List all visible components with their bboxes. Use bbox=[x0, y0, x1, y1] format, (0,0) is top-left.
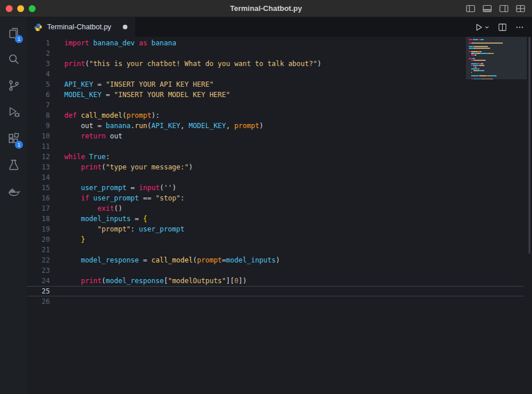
line-number: 24 bbox=[27, 276, 57, 286]
line-number: 26 bbox=[27, 296, 57, 307]
code-line-6[interactable]: 6MODEL_KEY = "INSERT YOUR MODEL KEY HERE… bbox=[27, 90, 524, 100]
code-line-14[interactable]: 14 bbox=[27, 172, 524, 183]
code-text bbox=[57, 265, 64, 276]
activity-item-run-and-debug[interactable] bbox=[0, 99, 27, 125]
code-line-17[interactable]: 17 exit() bbox=[27, 203, 524, 214]
zoom-button[interactable] bbox=[29, 5, 36, 12]
line-number: 1 bbox=[27, 38, 57, 48]
toggle-panel-icon[interactable] bbox=[483, 5, 492, 13]
activity-item-extensions[interactable]: 1 bbox=[0, 125, 27, 152]
line-number: 14 bbox=[27, 172, 57, 183]
code-area: 1import banana_dev as banana23print("thi… bbox=[27, 38, 524, 307]
line-number: 25 bbox=[27, 286, 57, 296]
code-text bbox=[57, 69, 64, 79]
beaker-icon bbox=[7, 158, 21, 172]
more-actions-button[interactable] bbox=[515, 23, 524, 32]
code-text: if user_prompt == "stop": bbox=[57, 193, 185, 203]
code-line-8[interactable]: 8def call_model(prompt): bbox=[27, 110, 524, 121]
code-line-7[interactable]: 7 bbox=[27, 100, 524, 110]
code-line-23[interactable]: 23 bbox=[27, 265, 524, 276]
code-text: return out bbox=[57, 131, 122, 141]
code-line-25[interactable]: 25 bbox=[27, 286, 524, 296]
code-line-21[interactable]: 21 bbox=[27, 245, 524, 255]
minimap-content bbox=[469, 39, 527, 79]
code-text: out = banana.run(API_KEY, MODEL_KEY, pro… bbox=[57, 121, 263, 131]
code-line-13[interactable]: 13 print("type your message:") bbox=[27, 162, 524, 172]
line-number: 17 bbox=[27, 203, 57, 214]
minimize-button[interactable] bbox=[17, 5, 24, 12]
code-line-4[interactable]: 4 bbox=[27, 69, 524, 79]
code-line-5[interactable]: 5API_KEY = "INSERT YOUR API KEY HERE" bbox=[27, 79, 524, 90]
code-line-12[interactable]: 12while True: bbox=[27, 152, 524, 162]
main-area: 11 Terminal-Chatbot.py bbox=[0, 17, 532, 394]
python-file-icon bbox=[34, 23, 42, 32]
code-line-1[interactable]: 1import banana_dev as banana bbox=[27, 38, 524, 48]
code-line-11[interactable]: 11 bbox=[27, 141, 524, 152]
activity-item-search[interactable] bbox=[0, 46, 27, 72]
minimap[interactable] bbox=[466, 37, 527, 79]
code-line-2[interactable]: 2 bbox=[27, 48, 524, 59]
activity-item-source-control[interactable] bbox=[0, 72, 27, 99]
titlebar: Terminal-Chatbot.py bbox=[0, 0, 532, 17]
line-number: 13 bbox=[27, 162, 57, 172]
code-text: print(model_response["modelOutputs"][0]) bbox=[57, 276, 247, 286]
code-line-10[interactable]: 10 return out bbox=[27, 131, 524, 141]
code-text: model_inputs = { bbox=[57, 214, 147, 224]
line-number: 2 bbox=[27, 48, 57, 59]
tab-label: Terminal-Chatbot.py bbox=[47, 23, 111, 31]
code-text: } bbox=[57, 234, 85, 245]
badge: 1 bbox=[15, 141, 23, 149]
activity-item-explorer[interactable]: 1 bbox=[0, 20, 27, 46]
line-number: 3 bbox=[27, 59, 57, 69]
code-text: print("type your message:") bbox=[57, 162, 193, 172]
activity-bar: 11 bbox=[0, 17, 27, 394]
tab-terminal-chatbot[interactable]: Terminal-Chatbot.py bbox=[27, 17, 136, 37]
modified-dot-icon[interactable] bbox=[123, 25, 127, 29]
vscode-window: Terminal-Chatbot.py 11 bbox=[0, 0, 532, 394]
toggle-secondary-sidebar-icon[interactable] bbox=[499, 5, 508, 13]
code-line-18[interactable]: 18 model_inputs = { bbox=[27, 214, 524, 224]
code-line-3[interactable]: 3print("this is your chatbot! What do yo… bbox=[27, 59, 524, 69]
code-text bbox=[57, 141, 64, 152]
line-number: 8 bbox=[27, 110, 57, 121]
editor-group: Terminal-Chatbot.py bbox=[27, 17, 532, 394]
code-line-19[interactable]: 19 "prompt": user_prompt bbox=[27, 224, 524, 234]
code-text: exit() bbox=[57, 203, 122, 214]
code-text bbox=[57, 100, 64, 110]
close-button[interactable] bbox=[6, 5, 13, 12]
line-number: 11 bbox=[27, 141, 57, 152]
line-number: 7 bbox=[27, 100, 57, 110]
customize-layout-icon[interactable] bbox=[516, 5, 525, 13]
window-title: Terminal-Chatbot.py bbox=[0, 4, 532, 13]
code-line-16[interactable]: 16 if user_prompt == "stop": bbox=[27, 193, 524, 203]
search-icon bbox=[7, 52, 21, 66]
line-number: 18 bbox=[27, 214, 57, 224]
activity-item-testing[interactable] bbox=[0, 152, 27, 178]
editor[interactable]: 1import banana_dev as banana23print("thi… bbox=[27, 37, 532, 394]
line-number: 15 bbox=[27, 183, 57, 193]
code-line-26[interactable]: 26 bbox=[27, 296, 524, 307]
code-text: "prompt": user_prompt bbox=[57, 224, 185, 234]
editor-actions bbox=[475, 17, 532, 37]
activity-item-docker[interactable] bbox=[0, 178, 27, 204]
code-text bbox=[57, 245, 64, 255]
code-text: while True: bbox=[57, 152, 110, 162]
run-button[interactable] bbox=[475, 23, 490, 32]
code-line-9[interactable]: 9 out = banana.run(API_KEY, MODEL_KEY, p… bbox=[27, 121, 524, 131]
code-text bbox=[57, 48, 64, 59]
code-line-15[interactable]: 15 user_prompt = input('') bbox=[27, 183, 524, 193]
line-number: 4 bbox=[27, 69, 57, 79]
code-line-20[interactable]: 20 } bbox=[27, 234, 524, 245]
code-text: user_prompt = input('') bbox=[57, 183, 176, 193]
scrollbar-thumb[interactable] bbox=[529, 37, 530, 254]
split-editor-button[interactable] bbox=[498, 23, 507, 32]
line-number: 23 bbox=[27, 265, 57, 276]
source-control-icon bbox=[7, 79, 21, 92]
code-text: def call_model(prompt): bbox=[57, 110, 160, 121]
code-text bbox=[57, 296, 64, 307]
toggle-primary-sidebar-icon[interactable] bbox=[466, 5, 475, 13]
code-line-22[interactable]: 22 model_response = call_model(prompt=mo… bbox=[27, 255, 524, 265]
chevron-down-icon bbox=[484, 25, 490, 30]
code-line-24[interactable]: 24 print(model_response["modelOutputs"][… bbox=[27, 276, 524, 286]
code-text: import banana_dev as banana bbox=[57, 38, 176, 48]
